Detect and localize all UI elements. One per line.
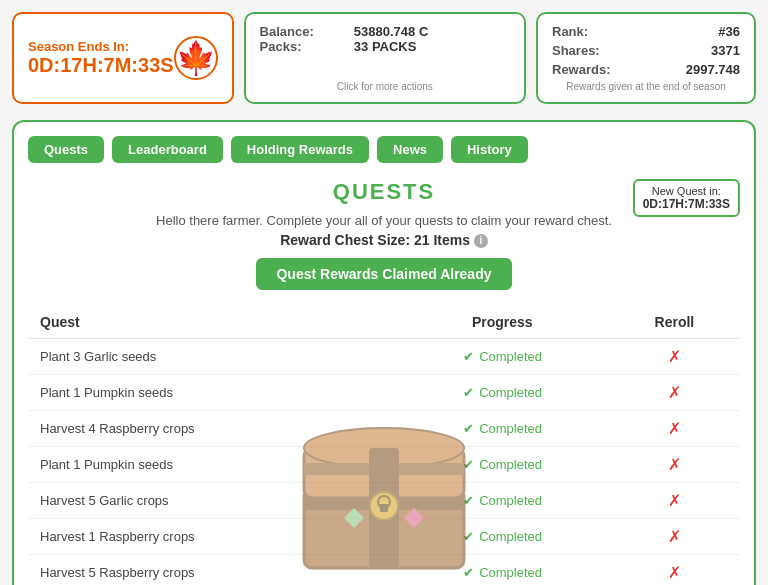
table-row: Harvest 5 Raspberry crops✔ Completed✗	[28, 555, 740, 585]
reward-chest-label: Reward Chest Size: 21 Items	[280, 232, 470, 248]
balance-card[interactable]: Balance: Packs: 53880.748 C 33 PACKS Cli…	[244, 12, 526, 104]
quest-name: Harvest 1 Raspberry crops	[28, 519, 396, 555]
info-icon[interactable]: i	[474, 234, 488, 248]
balance-value: 53880.748 C	[354, 24, 428, 39]
claimed-button[interactable]: Quest Rewards Claimed Already	[256, 258, 511, 290]
balance-label: Balance:	[260, 24, 314, 39]
top-stats-row: Season Ends In: 0D:17H:7M:33S 🍁 Balance:…	[12, 12, 756, 104]
quest-progress: ✔ Completed	[396, 555, 609, 585]
table-row: Harvest 5 Garlic crops✔ Completed✗	[28, 483, 740, 519]
rank-value: #36	[686, 24, 740, 39]
quest-reroll[interactable]: ✗	[609, 375, 740, 411]
check-icon: ✔	[463, 565, 474, 580]
balance-inner: Balance: Packs: 53880.748 C 33 PACKS	[260, 24, 510, 54]
table-row: Plant 1 Pumpkin seeds✔ Completed✗	[28, 447, 740, 483]
table-row: Plant 1 Pumpkin seeds✔ Completed✗	[28, 375, 740, 411]
table-row: Harvest 1 Raspberry crops✔ Completed✗	[28, 519, 740, 555]
tab-news[interactable]: News	[377, 136, 443, 163]
packs-label: Packs:	[260, 39, 314, 54]
quest-progress: ✔ Completed	[396, 375, 609, 411]
quest-reroll[interactable]: ✗	[609, 519, 740, 555]
table-row: Harvest 4 Raspberry crops✔ Completed✗	[28, 411, 740, 447]
quest-reroll[interactable]: ✗	[609, 339, 740, 375]
reward-chest-size: Reward Chest Size: 21 Items i	[28, 232, 740, 248]
rank-inner: Rank: Shares: Rewards: #36 3371 2997.748	[552, 24, 740, 77]
cross-icon[interactable]: ✗	[668, 420, 681, 437]
quest-reroll[interactable]: ✗	[609, 483, 740, 519]
quest-name: Plant 3 Garlic seeds	[28, 339, 396, 375]
tab-quests[interactable]: Quests	[28, 136, 104, 163]
table-wrapper: Quest Progress Reroll Plant 3 Garlic see…	[28, 306, 740, 585]
check-icon: ✔	[463, 349, 474, 364]
quest-reroll[interactable]: ✗	[609, 447, 740, 483]
check-icon: ✔	[463, 493, 474, 508]
quest-progress: ✔ Completed	[396, 519, 609, 555]
packs-value: 33 PACKS	[354, 39, 428, 54]
completed-text: Completed	[476, 421, 542, 436]
cross-icon[interactable]: ✗	[668, 492, 681, 509]
quest-reroll[interactable]: ✗	[609, 555, 740, 585]
season-timer: 0D:17H:7M:33S	[28, 54, 174, 77]
quest-reroll[interactable]: ✗	[609, 411, 740, 447]
main-panel: Quests Leaderboard Holding Rewards News …	[12, 120, 756, 585]
cross-icon[interactable]: ✗	[668, 528, 681, 545]
completed-text: Completed	[476, 565, 542, 580]
completed-text: Completed	[476, 349, 542, 364]
balance-values: 53880.748 C 33 PACKS	[354, 24, 428, 54]
quests-header: QUESTS New Quest in: 0D:17H:7M:33S	[28, 179, 740, 205]
season-label: Season Ends In:	[28, 39, 174, 54]
cross-icon[interactable]: ✗	[668, 384, 681, 401]
balance-labels: Balance: Packs:	[260, 24, 314, 54]
tab-leaderboard[interactable]: Leaderboard	[112, 136, 223, 163]
tab-history[interactable]: History	[451, 136, 528, 163]
col-reroll: Reroll	[609, 306, 740, 339]
quest-progress: ✔ Completed	[396, 411, 609, 447]
check-icon: ✔	[463, 529, 474, 544]
rank-values: #36 3371 2997.748	[686, 24, 740, 77]
completed-text: Completed	[476, 493, 542, 508]
balance-sub: Click for more actions	[260, 81, 510, 92]
quests-subtitle: Hello there farmer. Complete your all of…	[28, 213, 740, 228]
completed-text: Completed	[476, 529, 542, 544]
new-quest-timer: 0D:17H:7M:33S	[643, 197, 730, 211]
table-row: Plant 3 Garlic seeds✔ Completed✗	[28, 339, 740, 375]
col-quest: Quest	[28, 306, 396, 339]
shares-value: 3371	[686, 43, 740, 58]
quests-table: Quest Progress Reroll Plant 3 Garlic see…	[28, 306, 740, 585]
cross-icon[interactable]: ✗	[668, 564, 681, 581]
quest-name: Harvest 5 Raspberry crops	[28, 555, 396, 585]
check-icon: ✔	[463, 385, 474, 400]
leaf-icon: 🍁	[174, 36, 218, 80]
season-text: Season Ends In: 0D:17H:7M:33S	[28, 39, 174, 77]
quest-progress: ✔ Completed	[396, 483, 609, 519]
col-progress: Progress	[396, 306, 609, 339]
new-quest-label: New Quest in:	[643, 185, 730, 197]
new-quest-box: New Quest in: 0D:17H:7M:33S	[633, 179, 740, 217]
quest-progress: ✔ Completed	[396, 447, 609, 483]
cross-icon[interactable]: ✗	[668, 348, 681, 365]
rewards-value: 2997.748	[686, 62, 740, 77]
rewards-label: Rewards:	[552, 62, 611, 77]
season-card: Season Ends In: 0D:17H:7M:33S 🍁	[12, 12, 234, 104]
rank-sub: Rewards given at the end of season	[552, 81, 740, 92]
quest-name: Plant 1 Pumpkin seeds	[28, 375, 396, 411]
check-icon: ✔	[463, 457, 474, 472]
nav-tabs: Quests Leaderboard Holding Rewards News …	[28, 136, 740, 163]
quest-progress: ✔ Completed	[396, 339, 609, 375]
rank-card: Rank: Shares: Rewards: #36 3371 2997.748…	[536, 12, 756, 104]
completed-text: Completed	[476, 457, 542, 472]
quest-name: Harvest 5 Garlic crops	[28, 483, 396, 519]
quest-name: Harvest 4 Raspberry crops	[28, 411, 396, 447]
tab-holding-rewards[interactable]: Holding Rewards	[231, 136, 369, 163]
check-icon: ✔	[463, 421, 474, 436]
rank-label: Rank:	[552, 24, 611, 39]
completed-text: Completed	[476, 385, 542, 400]
shares-label: Shares:	[552, 43, 611, 58]
cross-icon[interactable]: ✗	[668, 456, 681, 473]
quest-name: Plant 1 Pumpkin seeds	[28, 447, 396, 483]
rank-labels: Rank: Shares: Rewards:	[552, 24, 611, 77]
quests-title: QUESTS	[333, 179, 435, 204]
